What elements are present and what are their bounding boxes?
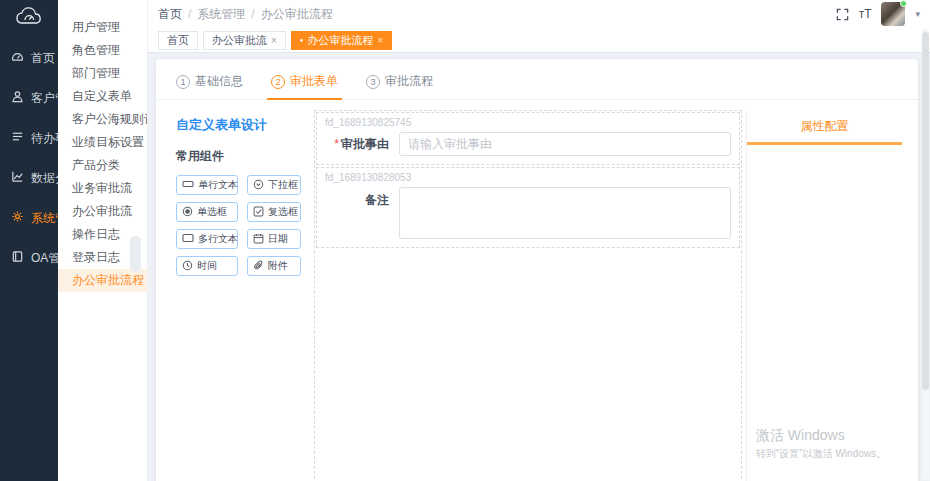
- windows-activation-watermark: 激活 Windows 转到“设置”以激活 Windows。: [756, 427, 886, 461]
- components-group-title: 常用组件: [176, 148, 308, 175]
- designer-title: 自定义表单设计: [176, 110, 308, 148]
- menu-item-dept-mgmt[interactable]: 部门管理: [58, 62, 147, 85]
- widget-attachment[interactable]: 附件: [247, 256, 301, 276]
- menu-item-office-approval-process[interactable]: 办公审批流程: [58, 269, 147, 292]
- tab-property-config[interactable]: 属性配置: [747, 110, 902, 145]
- step-number: 3: [366, 75, 380, 89]
- close-icon[interactable]: ×: [271, 35, 277, 46]
- app-window: 首页 客户管理 待办事项 数据分析 系统管理: [0, 0, 930, 481]
- breadcrumb-separator: /: [251, 7, 254, 21]
- sidebar-item-todo[interactable]: 待办事项: [0, 118, 58, 158]
- gear-icon: [11, 210, 24, 226]
- widget-label: 时间: [197, 259, 217, 273]
- menu-item-business-approval[interactable]: 业务审批流: [58, 177, 147, 200]
- breadcrumb-separator: /: [188, 7, 191, 21]
- canvas-field-approval-reason[interactable]: fd_1689130825745 *审批事由: [316, 112, 740, 165]
- properties-panel: 属性配置: [746, 110, 902, 481]
- widget-radio[interactable]: 单选框: [176, 202, 238, 222]
- tab-office-approval[interactable]: 办公审批流 ×: [203, 31, 286, 50]
- avatar[interactable]: [881, 2, 905, 26]
- menu-item-role-mgmt[interactable]: 角色管理: [58, 39, 147, 62]
- widget-single-line-text[interactable]: 单行文本: [176, 175, 238, 195]
- todo-list-icon: [11, 130, 24, 146]
- top-navbar: 首页 / 系统管理 / 办公审批流程 тT ▾: [148, 0, 930, 28]
- primary-sidebar: 首页 客户管理 待办事项 数据分析 系统管理: [0, 0, 58, 481]
- active-dot-icon: ●: [300, 37, 304, 43]
- step-approval-form[interactable]: 2 审批表单: [271, 73, 338, 99]
- widget-dropdown[interactable]: 下拉框: [247, 175, 301, 195]
- field-id: fd_1689130828053: [325, 172, 731, 183]
- date-icon: [253, 233, 264, 246]
- cloud-gauge-logo-icon: [14, 6, 44, 32]
- watermark-line1: 激活 Windows: [756, 427, 886, 445]
- form-canvas[interactable]: fd_1689130825745 *审批事由 fd_1689130828053 …: [314, 110, 742, 481]
- required-asterisk: *: [334, 137, 339, 151]
- secondary-sidebar: 用户管理 角色管理 部门管理 自定义表单 客户公海规则设置 业绩目标设置 产品分…: [58, 0, 148, 481]
- scrollbar-thumb[interactable]: [922, 32, 929, 390]
- menu-item-performance-target[interactable]: 业绩目标设置: [58, 131, 147, 154]
- app-logo: [0, 0, 58, 38]
- sidebar-item-customers[interactable]: 客户管理: [0, 78, 58, 118]
- breadcrumb: 首页 / 系统管理 / 办公审批流程: [158, 6, 333, 23]
- chevron-down-icon[interactable]: ▾: [915, 9, 920, 19]
- sidebar-item-analytics[interactable]: 数据分析: [0, 158, 58, 198]
- step-number: 2: [271, 75, 285, 89]
- sidebar-collapse-handle[interactable]: [130, 236, 141, 272]
- sidebar-item-system[interactable]: 系统管理: [0, 198, 58, 238]
- breadcrumb-system[interactable]: 系统管理: [197, 6, 245, 23]
- navbar-tools: тT ▾: [836, 2, 920, 26]
- tab-label: 办公审批流程: [307, 33, 373, 48]
- widget-date[interactable]: 日期: [247, 229, 301, 249]
- textarea-icon: [182, 233, 194, 245]
- step-label: 审批流程: [385, 73, 433, 90]
- watermark-line2: 转到“设置”以激活 Windows。: [756, 447, 886, 461]
- sidebar-item-label: 首页: [31, 50, 55, 67]
- widget-label: 单选框: [197, 205, 227, 219]
- menu-item-product-category[interactable]: 产品分类: [58, 154, 147, 177]
- online-status-dot: [900, 0, 907, 7]
- approval-reason-input[interactable]: [399, 132, 731, 156]
- fullscreen-icon[interactable]: [836, 8, 849, 21]
- main-card: 1 基础信息 2 审批表单 3 审批流程 自定义表单设计: [156, 59, 918, 481]
- canvas-field-remarks[interactable]: fd_1689130828053 备注: [316, 167, 740, 248]
- chart-icon: [11, 170, 24, 186]
- widget-label: 单行文本: [198, 178, 238, 192]
- time-icon: [182, 260, 193, 273]
- text-input-icon: [182, 179, 194, 191]
- menu-item-office-approval[interactable]: 办公审批流: [58, 200, 147, 223]
- menu-item-custom-form[interactable]: 自定义表单: [58, 85, 147, 108]
- customers-icon: [11, 90, 24, 106]
- tab-label: 首页: [167, 33, 189, 48]
- breadcrumb-home[interactable]: 首页: [158, 6, 182, 23]
- tab-office-approval-process[interactable]: ● 办公审批流程 ×: [291, 31, 392, 50]
- field-id: fd_1689130825745: [325, 117, 731, 128]
- step-approval-process[interactable]: 3 审批流程: [366, 73, 433, 99]
- menu-item-public-sea-rules[interactable]: 客户公海规则设置: [58, 108, 147, 131]
- step-basic-info[interactable]: 1 基础信息: [176, 73, 243, 99]
- widget-checkbox[interactable]: 复选框: [247, 202, 301, 222]
- sidebar-item-oa[interactable]: OA管理: [0, 238, 58, 278]
- step-label: 基础信息: [195, 73, 243, 90]
- remarks-textarea[interactable]: [399, 187, 731, 239]
- tab-label: 办公审批流: [212, 33, 267, 48]
- widget-multi-line-text[interactable]: 多行文本: [176, 229, 238, 249]
- font-size-icon[interactable]: тT: [859, 7, 872, 21]
- sidebar-item-home[interactable]: 首页: [0, 38, 58, 78]
- dashboard-icon: [11, 50, 24, 66]
- dropdown-icon: [253, 179, 264, 192]
- field-label: *审批事由: [325, 136, 399, 153]
- tab-home[interactable]: 首页: [158, 31, 198, 50]
- step-label: 审批表单: [290, 73, 338, 90]
- widget-label: 日期: [268, 232, 288, 246]
- checkbox-icon: [253, 206, 264, 219]
- widget-time[interactable]: 时间: [176, 256, 238, 276]
- radio-icon: [182, 206, 193, 219]
- menu-item-user-mgmt[interactable]: 用户管理: [58, 16, 147, 39]
- close-icon[interactable]: ×: [377, 35, 383, 46]
- widgets-panel: 自定义表单设计 常用组件 单行文本 下拉框: [176, 110, 308, 481]
- step-tabs: 1 基础信息 2 审批表单 3 审批流程: [156, 59, 918, 100]
- scrollbar[interactable]: [922, 29, 929, 479]
- breadcrumb-current: 办公审批流程: [261, 6, 333, 23]
- field-label: 备注: [325, 187, 399, 209]
- widget-label: 下拉框: [268, 178, 298, 192]
